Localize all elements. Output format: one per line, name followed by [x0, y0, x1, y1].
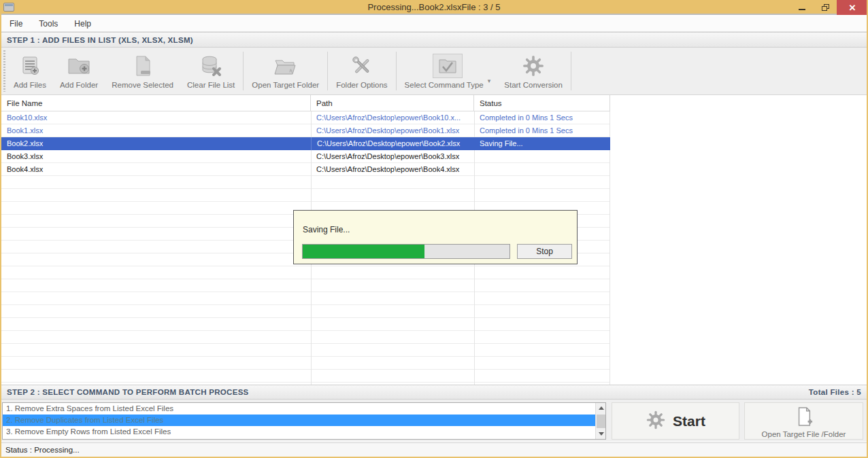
progress-bar — [302, 244, 510, 259]
menu-help[interactable]: Help — [66, 17, 99, 31]
app-window: Processing...Book2.xlsxFile : 3 / 5 ✕ Fi… — [0, 0, 868, 458]
listbox-scrollbar[interactable] — [595, 403, 605, 439]
start-button[interactable]: Start — [612, 402, 739, 440]
folder-options-icon — [350, 54, 373, 78]
clear-file-list-button[interactable]: Clear File List — [180, 48, 241, 94]
column-header-file-name[interactable]: File Name — [1, 95, 311, 111]
select-command-type-button[interactable]: Select Command Type▾ — [398, 48, 498, 94]
open-target-file-button[interactable]: Open Target File /Folder — [744, 402, 863, 440]
chevron-down-icon[interactable]: ▾ — [488, 77, 491, 84]
step2-label: STEP 2 : SELECT COMMAND TO PERFORM BATCH… — [7, 388, 249, 396]
menu-bar: File Tools Help — [1, 16, 867, 32]
title-bar: Processing...Book2.xlsxFile : 3 / 5 ✕ — [0, 0, 868, 15]
command-item-selected[interactable]: 2. Remove Duplicates from Listed Excel F… — [3, 415, 605, 426]
menu-file[interactable]: File — [1, 17, 31, 31]
table-row[interactable]: Book10.xlsx C:\Users\Afroz\Desktop\epowe… — [1, 111, 610, 124]
open-target-folder-button[interactable]: Open Target Folder — [245, 48, 326, 94]
start-button-label: Start — [673, 413, 705, 429]
table-row[interactable]: Book3.xlsx C:\Users\Afroz\Desktop\epower… — [1, 150, 610, 163]
start-conversion-icon — [522, 54, 545, 78]
total-files-count: Total Files : 5 — [809, 388, 861, 396]
table-row[interactable]: Book4.xlsx C:\Users\Afroz\Desktop\epower… — [1, 163, 610, 176]
start-conversion-button[interactable]: Start Conversion — [497, 48, 569, 94]
minimize-button[interactable] — [790, 0, 814, 15]
restore-button[interactable] — [814, 0, 837, 15]
open-target-label: Open Target File /Folder — [762, 430, 846, 438]
close-button[interactable]: ✕ — [837, 0, 868, 15]
gear-icon — [646, 410, 666, 433]
step2-header: STEP 2 : SELECT COMMAND TO PERFORM BATCH… — [1, 385, 867, 400]
clear-file-list-icon — [199, 54, 222, 78]
add-folder-icon — [67, 54, 91, 78]
progress-dialog: Saving File... Stop — [293, 210, 578, 264]
scrollbar-thumb[interactable] — [597, 415, 605, 428]
step1-label: STEP 1 : ADD FILES IN LIST (XLS, XLSX, X… — [7, 36, 193, 44]
toolbar-separator — [571, 52, 571, 90]
step1-header: STEP 1 : ADD FILES IN LIST (XLS, XLSX, X… — [1, 32, 867, 48]
toolbar-separator — [396, 52, 397, 90]
column-header-status[interactable]: Status — [474, 95, 610, 111]
table-row-selected[interactable]: Book2.xlsx C:\Users\Afroz\Desktop\epower… — [1, 137, 610, 150]
stop-button[interactable]: Stop — [517, 244, 572, 259]
toolbar-separator — [243, 52, 244, 90]
folder-options-button[interactable]: Folder Options — [329, 48, 394, 94]
column-header-path[interactable]: Path — [311, 95, 474, 111]
scroll-up-icon[interactable] — [596, 403, 606, 413]
table-row[interactable]: Book1.xlsx C:\Users\Afroz\Desktop\epower… — [1, 124, 610, 137]
progress-fill — [303, 245, 424, 258]
select-command-type-icon — [433, 54, 463, 78]
add-files-button[interactable]: Add Files — [7, 48, 53, 94]
command-item[interactable]: 1. Remove Extra Spaces from Listed Excel… — [3, 403, 605, 415]
remove-selected-icon — [132, 54, 154, 78]
toolbar-separator — [327, 52, 328, 90]
add-files-icon — [18, 54, 41, 78]
bottom-panel: 1. Remove Extra Spaces from Listed Excel… — [1, 400, 867, 442]
file-table-header: File Name Path Status — [1, 95, 610, 111]
command-listbox[interactable]: 1. Remove Extra Spaces from Listed Excel… — [2, 402, 606, 440]
command-item[interactable]: 3. Remove Empty Rows from Listed Excel F… — [3, 426, 605, 438]
file-plus-icon — [795, 406, 813, 429]
menu-tools[interactable]: Tools — [31, 17, 66, 31]
window-title: Processing...Book2.xlsxFile : 3 / 5 — [0, 2, 868, 12]
restore-icon — [822, 4, 829, 11]
add-folder-button[interactable]: Add Folder — [53, 48, 105, 94]
progress-message: Saving File... — [303, 225, 350, 234]
status-text: Status : Processing... — [5, 446, 80, 454]
close-icon: ✕ — [849, 3, 856, 13]
toolbar: Add Files Add Folder Remove Selected Cle… — [1, 48, 867, 95]
remove-selected-button[interactable]: Remove Selected — [105, 48, 180, 94]
status-bar: Status : Processing... — [1, 442, 867, 457]
scroll-down-icon[interactable] — [596, 429, 606, 439]
open-target-folder-icon — [272, 54, 299, 78]
